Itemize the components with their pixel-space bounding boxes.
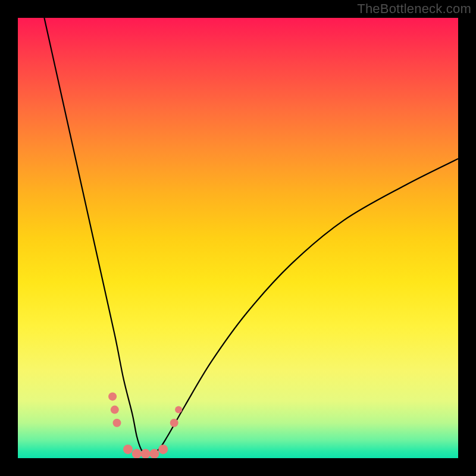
curve-layer (18, 18, 458, 458)
data-point-marker (123, 444, 133, 454)
bottleneck-curve (44, 18, 458, 455)
data-point-marker (149, 449, 159, 458)
data-point-marker (175, 406, 182, 414)
plot-area (18, 18, 458, 458)
data-point-marker (113, 419, 121, 427)
data-point-marker (108, 392, 117, 400)
data-point-marker (141, 449, 151, 458)
data-point-marker (170, 419, 178, 427)
attribution-watermark: TheBottleneck.com (357, 1, 471, 17)
chart-frame: TheBottleneck.com (0, 0, 476, 476)
data-point-marker (111, 406, 119, 414)
data-point-marker (158, 444, 168, 454)
data-point-marker (132, 449, 142, 458)
